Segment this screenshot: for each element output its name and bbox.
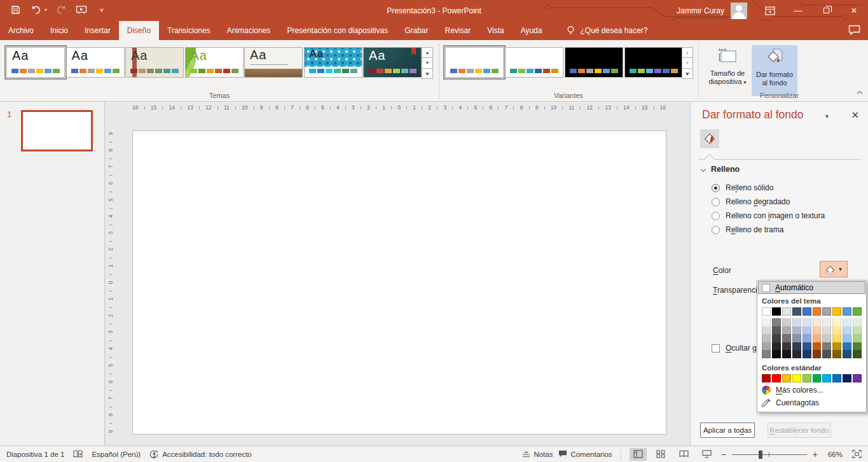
shade-swatch[interactable] xyxy=(803,318,811,326)
apply-to-all-button[interactable]: Aplicar a todas xyxy=(700,423,755,438)
shade-swatch[interactable] xyxy=(822,334,831,342)
panel-close-icon[interactable]: ✕ xyxy=(851,109,859,121)
shade-swatch[interactable] xyxy=(792,326,801,335)
shade-swatch[interactable] xyxy=(813,350,822,358)
slide-sorter-view-button[interactable] xyxy=(652,448,670,461)
standard-color-swatch[interactable] xyxy=(832,374,841,382)
reset-background-button[interactable]: Restablecer fondo xyxy=(768,423,831,438)
shade-swatch[interactable] xyxy=(813,342,822,351)
vertical-ruler[interactable]: 9876543210123456789 xyxy=(106,130,116,435)
standard-color-swatch[interactable] xyxy=(813,374,822,382)
tab-dise-o[interactable]: Diseño xyxy=(119,21,159,40)
tab-archivo[interactable]: Archivo xyxy=(0,21,42,40)
shade-swatch[interactable] xyxy=(832,318,841,326)
shade-swatch[interactable] xyxy=(832,326,841,335)
fill-option-3[interactable]: Relleno de trama xyxy=(712,225,783,234)
tab-ayuda[interactable]: Ayuda xyxy=(513,21,551,40)
zoom-in-button[interactable]: + xyxy=(813,449,818,459)
zoom-percentage[interactable]: 66% xyxy=(823,451,843,458)
theme-color-swatch[interactable] xyxy=(762,307,771,316)
shade-swatch[interactable] xyxy=(792,350,801,358)
zoom-out-button[interactable]: − xyxy=(721,449,726,459)
shade-swatch[interactable] xyxy=(832,350,841,358)
tab-transiciones[interactable]: Transiciones xyxy=(159,21,219,40)
notes-toggle[interactable]: Notas xyxy=(522,451,553,458)
shade-swatch[interactable] xyxy=(772,342,781,351)
theme-color-swatch[interactable] xyxy=(803,307,811,316)
shade-swatch[interactable] xyxy=(762,334,771,342)
theme-color-swatch[interactable] xyxy=(853,307,862,316)
comments-bubble-icon[interactable] xyxy=(848,25,860,38)
shade-swatch[interactable] xyxy=(853,318,862,326)
shade-swatch[interactable] xyxy=(853,350,862,358)
standard-color-swatch[interactable] xyxy=(792,374,801,382)
shade-swatch[interactable] xyxy=(762,342,771,351)
shade-swatch[interactable] xyxy=(782,342,791,351)
tab-revisar[interactable]: Revisar xyxy=(437,21,479,40)
standard-color-swatch[interactable] xyxy=(782,374,791,382)
automatic-color-item[interactable]: Automático xyxy=(758,281,865,294)
accessibility-status[interactable]: Accesibilidad: todo correcto xyxy=(149,450,252,459)
tab-presentaci-n-con-diapositivas[interactable]: Presentación con diapositivas xyxy=(279,21,396,40)
tell-me-box[interactable]: ¿Qué desea hacer? xyxy=(567,21,647,40)
theme-color-swatch[interactable] xyxy=(813,307,822,316)
shade-swatch[interactable] xyxy=(813,326,822,335)
shade-swatch[interactable] xyxy=(832,334,841,342)
slide-counter[interactable]: Diapositiva 1 de 1 xyxy=(6,451,64,458)
shade-swatch[interactable] xyxy=(772,326,781,335)
radio-button[interactable] xyxy=(712,212,720,220)
shade-swatch[interactable] xyxy=(813,318,822,326)
slide-canvas[interactable] xyxy=(132,130,666,435)
standard-color-swatch[interactable] xyxy=(803,374,811,382)
fit-to-window-button[interactable] xyxy=(848,448,865,461)
tab-vista[interactable]: Vista xyxy=(479,21,512,40)
spellcheck-icon[interactable] xyxy=(73,450,83,459)
shade-swatch[interactable] xyxy=(803,334,811,342)
tab-insertar[interactable]: Insertar xyxy=(76,21,119,40)
shade-swatch[interactable] xyxy=(822,318,831,326)
comments-toggle[interactable]: Comentarios xyxy=(558,450,612,458)
collapse-ribbon-button[interactable] xyxy=(858,87,862,98)
panel-title-caret[interactable]: ▼ xyxy=(824,113,830,120)
shade-swatch[interactable] xyxy=(762,318,771,326)
shade-swatch[interactable] xyxy=(772,350,781,358)
shade-swatch[interactable] xyxy=(782,326,791,335)
eyedropper-item[interactable]: Cuentagotas xyxy=(758,396,865,409)
fill-option-2[interactable]: Relleno con imagen o textura xyxy=(712,211,825,220)
close-button[interactable]: × xyxy=(840,0,868,21)
tab-animaciones[interactable]: Animaciones xyxy=(219,21,279,40)
theme-color-swatch[interactable] xyxy=(792,307,801,316)
shade-swatch[interactable] xyxy=(843,334,851,342)
more-colors-item[interactable]: Más colores... xyxy=(758,384,865,396)
radio-button[interactable] xyxy=(712,184,720,192)
shade-swatch[interactable] xyxy=(822,326,831,335)
language-status[interactable]: Español (Perú) xyxy=(92,451,141,458)
standard-color-swatch[interactable] xyxy=(772,374,781,382)
radio-button[interactable] xyxy=(712,226,720,234)
shade-swatch[interactable] xyxy=(832,342,841,351)
tab-grabar[interactable]: Grabar xyxy=(396,21,436,40)
shade-swatch[interactable] xyxy=(782,350,791,358)
checkbox[interactable] xyxy=(712,344,720,353)
restore-button[interactable] xyxy=(812,0,840,21)
shade-swatch[interactable] xyxy=(782,334,791,342)
fill-option-1[interactable]: Relleno degradado xyxy=(712,197,790,206)
fill-option-0[interactable]: Relleno sólido xyxy=(712,183,773,192)
fill-color-button[interactable]: ▼ xyxy=(820,261,848,277)
shade-swatch[interactable] xyxy=(762,326,771,335)
fill-tab-icon[interactable] xyxy=(700,129,719,148)
shade-swatch[interactable] xyxy=(853,334,862,342)
ribbon-display-options-button[interactable] xyxy=(756,0,784,21)
shade-swatch[interactable] xyxy=(822,350,831,358)
shade-swatch[interactable] xyxy=(792,334,801,342)
shade-swatch[interactable] xyxy=(772,334,781,342)
account-name[interactable]: Jammir Curay xyxy=(677,6,724,15)
theme-color-swatch[interactable] xyxy=(822,307,831,316)
shade-swatch[interactable] xyxy=(792,318,801,326)
shade-swatch[interactable] xyxy=(843,318,851,326)
shade-swatch[interactable] xyxy=(782,318,791,326)
theme-color-swatch[interactable] xyxy=(843,307,851,316)
standard-color-swatch[interactable] xyxy=(762,374,771,382)
theme-color-swatch[interactable] xyxy=(832,307,841,316)
user-avatar[interactable] xyxy=(731,3,747,19)
